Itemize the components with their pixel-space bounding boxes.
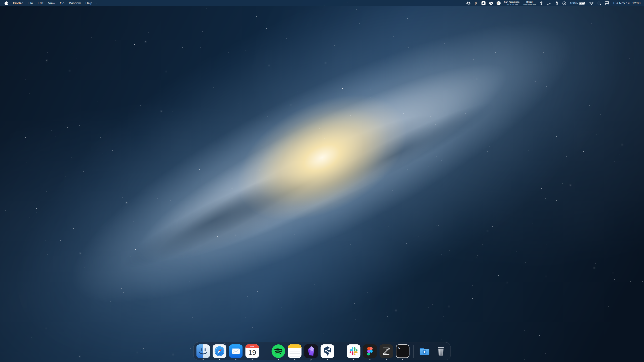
running-indicator (235, 359, 236, 360)
clock-time: Tue 4:03 AM (505, 3, 518, 6)
menu-date: Tue Nov 19 (613, 1, 630, 5)
dock-item-notes[interactable] (288, 344, 302, 358)
flower-burst-icon[interactable] (466, 1, 470, 6)
menu-bar-status: β G San Francisco Tue 4:03 AM Brazil Tue… (466, 1, 641, 6)
calendar-icon: NOV 19 (246, 344, 259, 358)
dock-item-finder[interactable] (196, 344, 210, 358)
calendar-month: NOV (246, 344, 259, 348)
menu-file[interactable]: File (28, 1, 33, 5)
iphone-mirroring-icon[interactable] (555, 1, 559, 6)
terminal-icon: >_ (396, 344, 410, 358)
dock-item-spotify[interactable] (272, 344, 285, 358)
trash-icon (434, 344, 448, 358)
menu-clock[interactable]: Tue Nov 19 12:03 (613, 1, 640, 5)
battery-percent: 100% (570, 2, 578, 5)
running-indicator (370, 359, 371, 360)
galaxy-wallpaper (0, 0, 644, 362)
figma-icon (363, 344, 377, 358)
finder-icon (196, 344, 210, 358)
dotted-arc-icon[interactable] (547, 1, 551, 6)
apple-menu-icon[interactable] (5, 1, 8, 5)
dock-divider (414, 345, 414, 358)
battery-status[interactable]: 100% (570, 2, 586, 5)
dock-container: NOV 19 (193, 342, 451, 360)
clock-city: San Francisco (504, 1, 520, 3)
downloads-folder-icon (418, 344, 431, 358)
running-indicator (353, 359, 354, 360)
slack-icon (347, 344, 360, 358)
running-indicator (402, 359, 403, 360)
running-indicator (203, 359, 204, 360)
menu-finder[interactable]: Finder (13, 1, 23, 5)
dock-item-trash[interactable] (434, 344, 448, 358)
terminal-prompt: >_ (398, 346, 403, 350)
g-circle-icon[interactable]: G (497, 1, 501, 5)
wifi-icon[interactable] (589, 1, 594, 6)
running-indicator (327, 359, 328, 360)
dock-item-zed[interactable] (380, 344, 393, 358)
menu-window[interactable]: Window (69, 1, 80, 5)
running-indicator (311, 359, 312, 360)
bluetooth-icon[interactable] (539, 1, 543, 6)
dock-item-downloads[interactable] (418, 344, 431, 358)
menu-edit[interactable]: Edit (38, 1, 43, 5)
notes-yellow-band (288, 344, 302, 348)
cube-arrow-icon[interactable] (489, 1, 493, 6)
control-center-icon[interactable] (605, 1, 609, 6)
running-indicator (278, 359, 279, 360)
menu-help[interactable]: Help (86, 1, 92, 5)
calendar-day: 19 (246, 348, 259, 358)
beta-icon[interactable]: β (474, 1, 478, 6)
menu-bar: Finder File Edit View Go Window Help β (0, 0, 644, 6)
dock-item-slack[interactable] (347, 344, 360, 358)
dock-item-calendar[interactable]: NOV 19 (246, 344, 259, 358)
dock-item-safari[interactable] (213, 344, 226, 358)
running-indicator (386, 359, 387, 360)
running-indicator (294, 359, 295, 360)
running-indicator (219, 359, 220, 360)
dock-item-graph-app[interactable] (321, 344, 334, 358)
safari-icon (213, 344, 226, 358)
triangle-app-icon[interactable] (481, 1, 486, 5)
menu-bar-left: Finder File Edit View Go Window Help (5, 1, 92, 5)
obsidian-icon (304, 344, 318, 358)
notes-icon (288, 344, 302, 358)
clock-time: Tue 8:03 AM (523, 3, 536, 6)
dock-item-terminal[interactable]: >_ (396, 344, 410, 358)
menu-go[interactable]: Go (60, 1, 64, 5)
star-field (0, 0, 644, 362)
menu-view[interactable]: View (48, 1, 55, 5)
world-clock-san-francisco[interactable]: San Francisco Tue 4:03 AM (504, 1, 520, 6)
now-playing-icon[interactable] (562, 1, 566, 6)
spotlight-search-icon[interactable] (597, 1, 601, 6)
dock-item-figma[interactable] (363, 344, 377, 358)
running-indicator (252, 359, 253, 360)
desktop: Finder File Edit View Go Window Help β (0, 0, 644, 362)
dock: NOV 19 (193, 342, 451, 360)
dock-spacer (262, 344, 269, 358)
mail-icon (229, 344, 243, 358)
zed-icon (380, 344, 393, 358)
dock-item-mail[interactable] (229, 344, 243, 358)
world-clock-brazil[interactable]: Brazil Tue 8:03 AM (523, 1, 536, 6)
graph-app-icon (321, 344, 334, 358)
spotify-icon (272, 344, 285, 358)
menu-time: 12:03 (632, 1, 640, 5)
dock-spacer (337, 344, 344, 358)
clock-city: Brazil (526, 1, 533, 3)
battery-charging-icon (579, 2, 586, 5)
dock-item-obsidian[interactable] (304, 344, 318, 358)
